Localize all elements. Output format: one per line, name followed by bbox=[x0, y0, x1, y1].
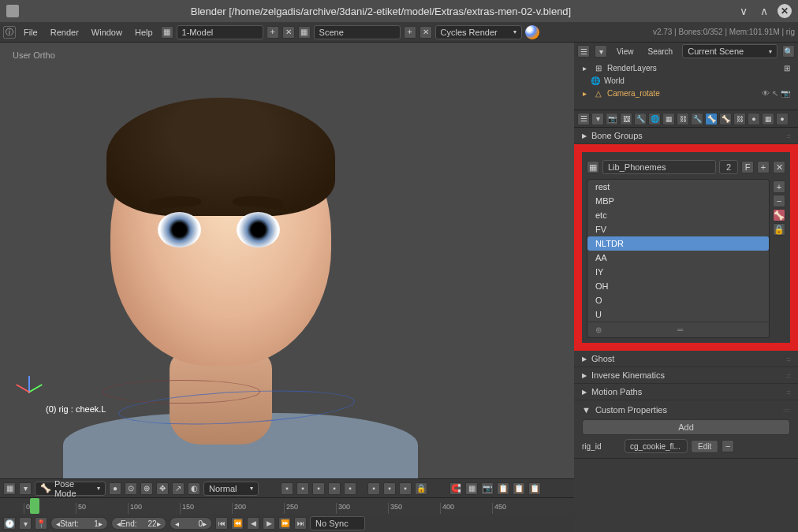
list-add-icon[interactable]: ⊕ bbox=[595, 326, 602, 334]
layer-btn-4[interactable]: ▪ bbox=[328, 482, 341, 495]
pose-item-fv[interactable]: FV bbox=[587, 222, 769, 236]
outliner-row-world[interactable]: 🌐World bbox=[579, 74, 793, 87]
pose-item-mbp[interactable]: MBP bbox=[587, 194, 769, 208]
pose-item-aa[interactable]: AA bbox=[587, 251, 769, 265]
play-reverse-icon[interactable]: ◀ bbox=[247, 517, 259, 530]
menu-file[interactable]: File bbox=[19, 24, 43, 40]
outliner-collapse-icon[interactable]: ▾ bbox=[595, 45, 607, 58]
timeline-collapse-icon[interactable]: ▾ bbox=[19, 517, 32, 530]
pose-item-oh[interactable]: OH bbox=[587, 279, 769, 293]
minimize-button[interactable]: ∨ bbox=[736, 4, 751, 18]
list-resize-handle[interactable]: ═ bbox=[677, 326, 683, 334]
pose-item-rest[interactable]: rest bbox=[587, 180, 769, 194]
timeline-marker-icon[interactable]: 📍 bbox=[35, 517, 47, 530]
manipulator-icon[interactable]: ✥ bbox=[156, 482, 169, 495]
maximize-button[interactable]: ∧ bbox=[757, 4, 771, 18]
viewport-collapse-icon[interactable]: ▾ bbox=[19, 482, 32, 495]
rig-id-edit-button[interactable]: Edit bbox=[691, 440, 718, 453]
prop-tab-object[interactable]: ▦ bbox=[662, 113, 675, 125]
pose-list[interactable]: restMBPetcFVNLTDRAAIYOHOU ⊕ ═ bbox=[587, 179, 770, 338]
outliner-view-menu[interactable]: View bbox=[612, 44, 639, 59]
prop-tab-modifier[interactable]: 🔧 bbox=[691, 113, 703, 125]
prop-tab-world[interactable]: 🌐 bbox=[648, 113, 661, 125]
pose-remove-button[interactable]: − bbox=[773, 195, 785, 207]
prop-tab-texture[interactable]: ▦ bbox=[762, 113, 774, 125]
layer-btn-2[interactable]: ▪ bbox=[296, 482, 309, 495]
frame-start-field[interactable]: ◂ Start: 1 ▸ bbox=[50, 517, 108, 530]
pose-sanitize-button[interactable]: 🔒 bbox=[773, 223, 785, 236]
close-button[interactable]: ✕ bbox=[777, 4, 792, 18]
orientation-icon[interactable]: ◐ bbox=[188, 482, 200, 495]
prop-tab-boneconstraint[interactable]: ⛓ bbox=[733, 113, 746, 125]
panel-custom-properties-header[interactable]: ▼ Custom Properties :::: bbox=[582, 405, 790, 415]
scene-field[interactable]: Scene bbox=[314, 25, 401, 39]
panel-motion-paths[interactable]: ▶ Motion Paths :::: bbox=[574, 384, 798, 400]
snap-target-icon[interactable]: ▦ bbox=[465, 482, 478, 495]
prop-tab-scene[interactable]: 🔧 bbox=[634, 113, 647, 125]
layer-btn-5[interactable]: ▪ bbox=[344, 482, 356, 495]
outliner-search-icon[interactable]: 🔍 bbox=[782, 45, 795, 58]
viewport-shading-icon[interactable]: ● bbox=[109, 482, 121, 495]
pivot-icon[interactable]: ⊙ bbox=[125, 482, 137, 495]
prop-tab-constraint[interactable]: ⛓ bbox=[677, 113, 689, 125]
layout-add-button[interactable]: + bbox=[267, 26, 279, 39]
panel-bone-groups[interactable]: ▶ Bone Groups :::: bbox=[574, 128, 798, 144]
jump-start-icon[interactable]: ⏮ bbox=[215, 517, 228, 530]
menu-render[interactable]: Render bbox=[46, 24, 84, 40]
layer-btn-6[interactable]: ▪ bbox=[367, 482, 380, 495]
paste-pose-icon[interactable]: 📋 bbox=[513, 482, 525, 495]
layout-remove-button[interactable]: ✕ bbox=[282, 26, 295, 39]
render-preview-icon[interactable]: 📷 bbox=[481, 482, 494, 495]
copy-pose-icon[interactable]: 📋 bbox=[497, 482, 509, 495]
pose-library-users[interactable]: 2 bbox=[719, 160, 738, 174]
frame-end-field[interactable]: ◂ End: 22 ▸ bbox=[111, 517, 166, 530]
panel-ghost[interactable]: ▶ Ghost :::: bbox=[574, 351, 798, 367]
outliner-search-menu[interactable]: Search bbox=[643, 44, 678, 59]
prop-tab-material[interactable]: ● bbox=[748, 113, 760, 125]
play-icon[interactable]: ▶ bbox=[263, 517, 275, 530]
editor-type-icon[interactable]: ⓘ bbox=[3, 26, 16, 39]
pose-item-o[interactable]: O bbox=[587, 293, 769, 307]
layer-btn-8[interactable]: ▪ bbox=[399, 482, 412, 495]
outliner-display-mode[interactable]: Current Scene▾ bbox=[682, 44, 777, 58]
pose-item-u[interactable]: U bbox=[587, 307, 769, 322]
pose-item-nltdr[interactable]: NLTDR bbox=[587, 236, 769, 251]
layer-btn-7[interactable]: ▪ bbox=[383, 482, 396, 495]
pose-apply-button[interactable]: 🦴 bbox=[773, 209, 785, 221]
outliner-editor-type-icon[interactable]: ☰ bbox=[577, 45, 590, 58]
prop-tab-renderlayer[interactable]: 🖼 bbox=[620, 113, 632, 125]
render-engine-field[interactable]: Cycles Render▾ bbox=[435, 25, 522, 39]
lock-camera-icon[interactable]: 🔒 bbox=[415, 482, 427, 495]
transform-orientation[interactable]: Normal ▾ bbox=[203, 482, 259, 496]
jump-end-icon[interactable]: ⏭ bbox=[294, 517, 307, 530]
layer-btn-1[interactable]: ▪ bbox=[281, 482, 293, 495]
prop-tab-render[interactable]: 📷 bbox=[606, 113, 618, 125]
sync-mode-field[interactable]: No Sync bbox=[310, 516, 365, 530]
layer-btn-3[interactable]: ▪ bbox=[312, 482, 325, 495]
pose-library-name-field[interactable]: Lib_Phonemes bbox=[602, 160, 716, 174]
scene-add-button[interactable]: + bbox=[404, 26, 416, 39]
viewport-editor-type-icon[interactable]: ▦ bbox=[3, 482, 16, 495]
screen-layout-field[interactable]: 1-Model bbox=[177, 25, 263, 39]
pose-library-fake-user[interactable]: F bbox=[741, 161, 754, 173]
pose-item-iy[interactable]: IY bbox=[587, 265, 769, 279]
snap-icon[interactable]: 🧲 bbox=[449, 482, 462, 495]
menu-window[interactable]: Window bbox=[87, 24, 127, 40]
pose-library-add-button[interactable]: + bbox=[757, 161, 770, 173]
timeline-editor-type-icon[interactable]: 🕐 bbox=[3, 517, 16, 530]
properties-editor-type-icon[interactable]: ☰ bbox=[577, 113, 590, 125]
pivot-only-icon[interactable]: ⊕ bbox=[140, 482, 153, 495]
scene-browse-icon[interactable]: ▦ bbox=[298, 26, 311, 39]
3d-viewport[interactable]: User Ortho (0) rig : cheek.L bbox=[0, 43, 574, 478]
scene-remove-button[interactable]: ✕ bbox=[420, 26, 432, 39]
prop-tab-physics[interactable]: ● bbox=[776, 113, 789, 125]
pose-item-etc[interactable]: etc bbox=[587, 208, 769, 222]
outliner-row-camera[interactable]: ▸△Camera_rotate 👁 ↖ 📷 bbox=[579, 87, 793, 99]
keyframe-prev-icon[interactable]: ⏪ bbox=[231, 517, 244, 530]
outliner-row-renderlayers[interactable]: ▸⊞RenderLayers ⊞ bbox=[579, 61, 793, 74]
layout-browse-icon[interactable]: ▦ bbox=[161, 26, 173, 39]
rig-id-delete-button[interactable]: − bbox=[722, 440, 734, 452]
frame-current-field[interactable]: ◂ 0 ▸ bbox=[170, 517, 213, 530]
mode-select[interactable]: 🦴 Pose Mode ▾ bbox=[35, 482, 106, 496]
prop-tab-armature[interactable]: 🦴 bbox=[705, 113, 718, 125]
